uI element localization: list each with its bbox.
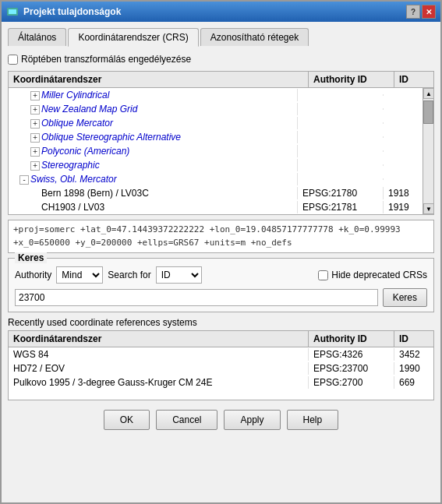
row-id — [384, 122, 423, 124]
recently-label: Recently used coordinate references syst… — [8, 317, 434, 328]
rth-id: ID — [394, 331, 433, 347]
authority-select[interactable]: Mind EPSG ESRI — [56, 266, 103, 284]
table-row[interactable]: +New Zealand Map Grid — [9, 102, 423, 116]
th-id: ID — [394, 72, 433, 87]
search-section-label: Keres — [15, 252, 47, 263]
recent-table-row[interactable]: WGS 84 EPSG:4326 3452 — [9, 347, 433, 361]
expand-icon[interactable]: + — [30, 119, 40, 129]
table-scroll-area: +Miller Cylindrical +New Zealand Map Gri… — [9, 88, 433, 214]
row-auth — [298, 178, 384, 180]
row-name: -Swiss, Obl. Mercator — [9, 173, 298, 185]
cancel-button[interactable]: Cancel — [156, 410, 217, 430]
ok-button[interactable]: OK — [104, 410, 150, 430]
recent-row-name: Pulkovo 1995 / 3-degree Gauss-Kruger CM … — [9, 376, 309, 389]
transform-checkbox-row: Röptében transzformálás engedélyezése — [8, 54, 434, 65]
hide-deprecated-checkbox[interactable] — [318, 270, 328, 280]
table-row[interactable]: +Oblique Mercator — [9, 116, 423, 130]
expand-icon[interactable]: + — [30, 91, 40, 100]
row-name: +Oblique Mercator — [9, 117, 298, 129]
crs-table-scroll[interactable]: +Miller Cylindrical +New Zealand Map Gri… — [9, 88, 423, 214]
row-auth — [298, 122, 384, 124]
apply-button[interactable]: Apply — [224, 410, 280, 430]
transform-checkbox[interactable] — [8, 55, 18, 65]
recent-row-auth: EPSG:4326 — [309, 348, 394, 361]
hide-deprecated-row: Hide deprecated CRSs — [318, 270, 427, 280]
row-auth: EPSG:21781 — [298, 201, 384, 213]
searchfor-select[interactable]: ID Name — [156, 266, 202, 284]
scroll-down-btn[interactable]: ▼ — [423, 203, 433, 214]
transform-label: Röptében transzformálás engedélyezése — [21, 54, 191, 65]
th-koordinatarendszer: Koordinátarendszer — [9, 72, 309, 87]
row-auth — [298, 150, 384, 152]
scroll-thumb[interactable] — [423, 100, 433, 124]
recent-row-auth: EPSG:23700 — [309, 362, 394, 375]
window-title: Projekt tulajdonságok — [23, 6, 121, 17]
svg-rect-1 — [9, 9, 16, 14]
recently-table-container: Koordinátarendszer Authority ID ID WGS 8… — [8, 330, 434, 400]
recent-row-id: 669 — [394, 376, 433, 389]
table-row[interactable]: CH1903 / LV03 EPSG:21781 1919 — [9, 200, 423, 214]
expand-icon[interactable]: + — [30, 161, 40, 171]
close-title-button[interactable]: ✕ — [422, 5, 436, 19]
th-authority-id: Authority ID — [309, 72, 394, 87]
recent-row-id: 1990 — [394, 362, 433, 375]
row-name: +Stereographic — [9, 159, 298, 171]
search-section: Keres Authority Mind EPSG ESRI Search fo… — [8, 258, 434, 312]
row-auth: EPSG:21780 — [298, 187, 384, 199]
table-row[interactable]: +Polyconic (American) — [9, 144, 423, 158]
row-name: +Oblique Stereographic Alternative — [9, 131, 298, 143]
main-window: Projekt tulajdonságok ? ✕ Általános Koor… — [0, 0, 442, 504]
expand-icon[interactable]: + — [30, 105, 40, 115]
recent-row-id: 3452 — [394, 348, 433, 361]
title-buttons: ? ✕ — [406, 5, 436, 19]
table-scrollbar[interactable]: ▲ ▼ — [423, 88, 433, 214]
row-auth — [298, 136, 384, 138]
row-name: CH1903 / LV03 — [9, 201, 298, 213]
table-row[interactable]: -Swiss, Obl. Mercator — [9, 172, 423, 186]
row-auth — [298, 108, 384, 110]
row-id: 1918 — [384, 187, 423, 199]
row-id — [384, 94, 423, 96]
searchfor-label: Search for — [108, 270, 150, 280]
recent-table-row[interactable]: Pulkovo 1995 / 3-degree Gauss-Kruger CM … — [9, 375, 433, 389]
row-id — [384, 150, 423, 152]
title-bar-left: Projekt tulajdonságok — [6, 5, 121, 18]
recent-row-name: WGS 84 — [9, 348, 309, 361]
search-input[interactable] — [15, 289, 378, 306]
row-auth — [298, 94, 384, 96]
table-row[interactable]: +Stereographic — [9, 158, 423, 172]
search-input-row: Keres — [15, 288, 427, 307]
crs-table-header: Koordinátarendszer Authority ID ID — [9, 72, 433, 88]
title-bar: Projekt tulajdonságok ? ✕ — [2, 2, 440, 22]
row-name: +Miller Cylindrical — [9, 89, 298, 101]
table-row[interactable]: +Oblique Stereographic Alternative — [9, 130, 423, 144]
row-id — [384, 164, 423, 166]
recently-table-scroll[interactable]: WGS 84 EPSG:4326 3452 HD72 / EOV EPSG:23… — [9, 347, 433, 400]
recent-table-row[interactable]: HD72 / EOV EPSG:23700 1990 — [9, 361, 433, 375]
row-id: 1919 — [384, 201, 423, 213]
row-id — [384, 178, 423, 180]
expand-icon[interactable]: + — [30, 133, 40, 143]
rth-authority-id: Authority ID — [309, 331, 394, 347]
row-name: +New Zealand Map Grid — [9, 103, 298, 115]
row-name: +Polyconic (American) — [9, 145, 298, 157]
content-area: Általános Koordinátarendszer (CRS) Azono… — [2, 22, 440, 502]
tab-identifiable[interactable]: Azonosítható rétegek — [200, 28, 309, 46]
window-icon — [6, 5, 19, 18]
recent-row-auth: EPSG:2700 — [309, 376, 394, 389]
expand-icon[interactable]: - — [19, 175, 29, 185]
row-name: Bern 1898 (Bern) / LV03C — [9, 187, 298, 199]
row-id — [384, 136, 423, 138]
tab-crs[interactable]: Koordinátarendszer (CRS) — [68, 28, 198, 47]
hide-deprecated-label: Hide deprecated CRSs — [331, 270, 427, 280]
scroll-up-btn[interactable]: ▲ — [423, 88, 433, 99]
help-button[interactable]: Help — [287, 410, 339, 430]
proj-string-display: +proj=somerc +lat_0=47.14439372222222 +l… — [8, 220, 434, 253]
table-row[interactable]: Bern 1898 (Bern) / LV03C EPSG:21780 1918 — [9, 186, 423, 200]
recently-section: Recently used coordinate references syst… — [8, 317, 434, 400]
tab-general[interactable]: Általános — [8, 28, 66, 46]
expand-icon[interactable]: + — [30, 147, 40, 157]
help-title-button[interactable]: ? — [406, 5, 420, 19]
table-row[interactable]: +Miller Cylindrical — [9, 88, 423, 102]
search-button[interactable]: Keres — [383, 288, 427, 307]
